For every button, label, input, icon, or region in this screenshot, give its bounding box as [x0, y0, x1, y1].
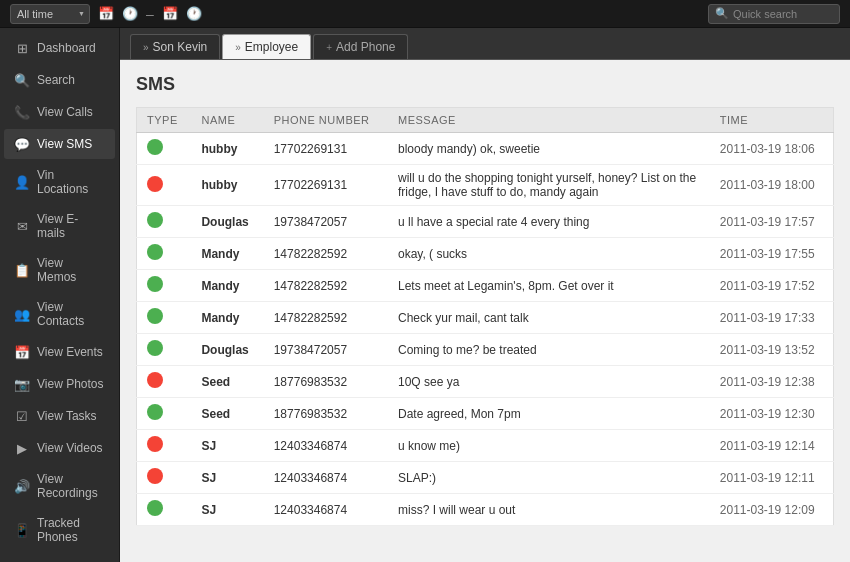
- sidebar-item-view-locations[interactable]: 👤 Vin Locations: [4, 161, 115, 203]
- cell-phone: 19738472057: [264, 206, 388, 238]
- tabs-bar: » Son Kevin » Employee + Add Phone: [120, 28, 850, 60]
- tracked-phones-icon: 📱: [14, 522, 30, 538]
- cell-phone: 12403346874: [264, 462, 388, 494]
- sidebar-item-label: View Tasks: [37, 409, 97, 423]
- table-row: SJ12403346874SLAP:)2011-03-19 12:11: [137, 462, 834, 494]
- clock-icon-1[interactable]: 🕐: [122, 6, 138, 21]
- cell-name: Mandy: [191, 270, 263, 302]
- sidebar-item-view-videos[interactable]: ▶ View Videos: [4, 433, 115, 463]
- photos-icon: 📷: [14, 376, 30, 392]
- table-row: Seed18776983532Date agreed, Mon 7pm2011-…: [137, 398, 834, 430]
- videos-icon: ▶: [14, 440, 30, 456]
- table-row: SJ12403346874u know me)2011-03-19 12:14: [137, 430, 834, 462]
- outgoing-icon: [147, 436, 163, 452]
- tab-prefix: »: [235, 42, 241, 53]
- sidebar-item-label: Tracked Phones: [37, 516, 105, 544]
- outgoing-icon: [147, 468, 163, 484]
- page-title: SMS: [136, 74, 834, 95]
- tab-employee[interactable]: » Employee: [222, 34, 311, 59]
- sidebar-item-view-sms[interactable]: 💬 View SMS: [4, 129, 115, 159]
- cell-phone: 14782282592: [264, 302, 388, 334]
- sidebar-item-view-calls[interactable]: 📞 View Calls: [4, 97, 115, 127]
- sidebar-item-commands[interactable]: ⚙ Commands: [4, 553, 115, 562]
- incoming-icon: [147, 244, 163, 260]
- col-phone: PHONE NUMBER: [264, 108, 388, 133]
- cell-message: okay, ( sucks: [388, 238, 710, 270]
- cell-name: hubby: [191, 165, 263, 206]
- sidebar-item-view-photos[interactable]: 📷 View Photos: [4, 369, 115, 399]
- cell-phone: 19738472057: [264, 334, 388, 366]
- cell-name: hubby: [191, 133, 263, 165]
- tab-prefix: +: [326, 42, 332, 53]
- cell-message: u ll have a special rate 4 every thing: [388, 206, 710, 238]
- sidebar-item-label: View Events: [37, 345, 103, 359]
- cell-message: Date agreed, Mon 7pm: [388, 398, 710, 430]
- sidebar-item-view-memos[interactable]: 📋 View Memos: [4, 249, 115, 291]
- col-name: NAME: [191, 108, 263, 133]
- time-filter[interactable]: All time: [10, 4, 90, 24]
- cell-name: Douglas: [191, 206, 263, 238]
- cell-time: 2011-03-19 12:14: [710, 430, 834, 462]
- cell-name: Mandy: [191, 302, 263, 334]
- phone-icon: 📞: [14, 104, 30, 120]
- clock-icon-2[interactable]: 🕐: [186, 6, 202, 21]
- cell-type: [137, 133, 192, 165]
- tasks-icon: ☑: [14, 408, 30, 424]
- app-layout: ⊞ Dashboard 🔍 Search 📞 View Calls 💬 View…: [0, 28, 850, 562]
- search-icon: 🔍: [14, 72, 30, 88]
- calendar-icon-1[interactable]: 📅: [98, 6, 114, 21]
- outgoing-icon: [147, 372, 163, 388]
- main-content: » Son Kevin » Employee + Add Phone SMS T…: [120, 28, 850, 562]
- col-time: TIME: [710, 108, 834, 133]
- incoming-icon: [147, 308, 163, 324]
- cell-type: [137, 430, 192, 462]
- dashboard-icon: ⊞: [14, 40, 30, 56]
- cell-type: [137, 270, 192, 302]
- cell-name: Douglas: [191, 334, 263, 366]
- cell-name: SJ: [191, 462, 263, 494]
- search-box[interactable]: 🔍: [708, 4, 840, 24]
- sidebar-item-dashboard[interactable]: ⊞ Dashboard: [4, 33, 115, 63]
- top-bar: All time 📅 🕐 – 📅 🕐 🔍: [0, 0, 850, 28]
- location-icon: 👤: [14, 174, 30, 190]
- table-row: Mandy14782282592Lets meet at Legamin's, …: [137, 270, 834, 302]
- incoming-icon: [147, 139, 163, 155]
- sidebar-item-search[interactable]: 🔍 Search: [4, 65, 115, 95]
- sidebar-item-view-tasks[interactable]: ☑ View Tasks: [4, 401, 115, 431]
- cell-message: Coming to me? be treated: [388, 334, 710, 366]
- tab-add-phone[interactable]: + Add Phone: [313, 34, 408, 59]
- sidebar-item-view-recordings[interactable]: 🔊 View Recordings: [4, 465, 115, 507]
- calendar-icon-2[interactable]: 📅: [162, 6, 178, 21]
- table-row: hubby17702269131will u do the shopping t…: [137, 165, 834, 206]
- table-row: SJ12403346874miss? I will wear u out2011…: [137, 494, 834, 526]
- table-row: Seed1877698353210Q see ya2011-03-19 12:3…: [137, 366, 834, 398]
- sidebar-item-view-events[interactable]: 📅 View Events: [4, 337, 115, 367]
- cell-time: 2011-03-19 12:38: [710, 366, 834, 398]
- search-input[interactable]: [733, 8, 833, 20]
- cell-message: bloody mandy) ok, sweetie: [388, 133, 710, 165]
- events-icon: 📅: [14, 344, 30, 360]
- tab-label: Add Phone: [336, 40, 395, 54]
- cell-time: 2011-03-19 17:33: [710, 302, 834, 334]
- cell-type: [137, 366, 192, 398]
- cell-phone: 17702269131: [264, 133, 388, 165]
- table-row: Mandy14782282592Check yur mail, cant tal…: [137, 302, 834, 334]
- sidebar-item-label: View Contacts: [37, 300, 105, 328]
- sidebar-item-tracked-phones[interactable]: 📱 Tracked Phones: [4, 509, 115, 551]
- sidebar-item-view-emails[interactable]: ✉ View E-mails: [4, 205, 115, 247]
- table-row: Douglas19738472057Coming to me? be treat…: [137, 334, 834, 366]
- tab-son-kevin[interactable]: » Son Kevin: [130, 34, 220, 59]
- cell-name: Seed: [191, 398, 263, 430]
- sidebar-item-view-contacts[interactable]: 👥 View Contacts: [4, 293, 115, 335]
- sidebar-item-label: View Videos: [37, 441, 103, 455]
- range-separator: –: [146, 6, 154, 22]
- cell-type: [137, 462, 192, 494]
- cell-type: [137, 238, 192, 270]
- cell-phone: 14782282592: [264, 238, 388, 270]
- search-icon: 🔍: [715, 7, 729, 20]
- content-area: SMS TYPE NAME PHONE NUMBER MESSAGE TIME …: [120, 60, 850, 562]
- sidebar-item-label: Search: [37, 73, 75, 87]
- cell-phone: 12403346874: [264, 430, 388, 462]
- sidebar-item-label: View Recordings: [37, 472, 105, 500]
- col-type: TYPE: [137, 108, 192, 133]
